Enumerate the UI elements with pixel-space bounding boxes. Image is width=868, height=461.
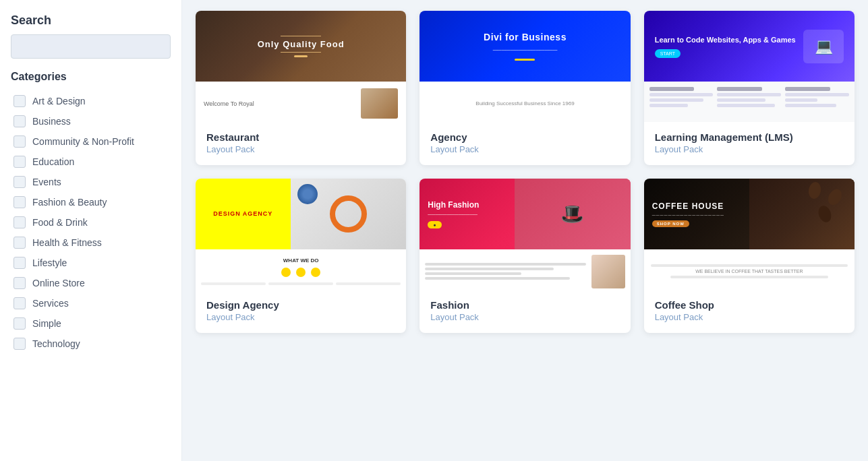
card-agency-title: Agency	[430, 131, 619, 143]
card-restaurant-body: Restaurant Layout Pack	[196, 122, 406, 165]
coffee-preview-text: WE BELIEVE IN COFFEE THAT TASTES BETTER	[695, 269, 803, 274]
fashion-hero-bg: 🎩	[515, 179, 631, 249]
category-label-services: Services	[32, 298, 69, 309]
card-fashion[interactable]: 🎩 High Fashion ───────────── ●	[419, 179, 630, 333]
sidebar-item-technology[interactable]: Technology	[11, 334, 171, 354]
category-label-business: Business	[32, 116, 71, 127]
lms-hero-btn: START	[655, 49, 681, 58]
categories-label: Categories	[11, 71, 171, 83]
category-checkbox-community[interactable]	[13, 135, 26, 148]
sidebar-item-online-store[interactable]: Online Store	[11, 273, 171, 293]
main-content: Only Quality Food Welcome To Royal Resta…	[182, 0, 868, 461]
card-fashion-image: 🎩 High Fashion ───────────── ●	[419, 179, 630, 290]
sidebar-item-fashion-beauty[interactable]: Fashion & Beauty	[11, 192, 171, 212]
card-lms-title: Learning Management (LMS)	[655, 131, 844, 143]
card-lms-image: Learn to Code Websites, Apps & Games STA…	[644, 11, 855, 122]
card-coffee-shop-image: COFFEE HOUSE ────────────────── SHOP NOW…	[644, 179, 855, 290]
agency-preview-text: Building Successful Business Since 1969	[475, 100, 574, 107]
restaurant-preview-img	[361, 88, 398, 119]
category-checkbox-events[interactable]	[13, 176, 26, 188]
design-preview-icons	[281, 268, 320, 277]
headphones-icon	[330, 195, 367, 233]
sidebar-item-community[interactable]: Community & Non-Profit	[11, 131, 171, 152]
category-label-education: Education	[32, 156, 74, 167]
fashion-preview-left	[425, 255, 585, 288]
card-fashion-title: Fashion	[430, 299, 619, 311]
sidebar: Search Categories Art & Design Business …	[0, 0, 182, 461]
sidebar-item-lifestyle[interactable]: Lifestyle	[11, 253, 171, 273]
card-agency-body: Agency Layout Pack	[419, 122, 630, 165]
sidebar-item-services[interactable]: Services	[11, 293, 171, 313]
card-restaurant-subtitle: Layout Pack	[206, 144, 395, 154]
design-preview-title: WHAT WE DO	[283, 257, 319, 264]
category-label-online-store: Online Store	[32, 278, 85, 288]
coffee-beans-bg	[749, 179, 855, 249]
category-checkbox-fashion-beauty[interactable]	[13, 196, 26, 208]
category-checkbox-technology[interactable]	[13, 338, 26, 350]
card-coffee-shop-title: Coffee Shop	[655, 299, 844, 311]
hat-icon: 🎩	[560, 203, 584, 225]
card-coffee-shop[interactable]: COFFEE HOUSE ────────────────── SHOP NOW…	[644, 179, 855, 333]
category-label-technology: Technology	[32, 338, 80, 349]
card-fashion-subtitle: Layout Pack	[430, 312, 619, 322]
decoration-shape	[297, 184, 318, 204]
agency-hero-sub: ───────────────	[493, 47, 558, 53]
category-label-food-drink: Food & Drink	[32, 217, 88, 228]
sidebar-item-simple[interactable]: Simple	[11, 313, 171, 334]
category-checkbox-business[interactable]	[13, 115, 26, 127]
category-label-community: Community & Non-Profit	[32, 136, 134, 147]
card-restaurant[interactable]: Only Quality Food Welcome To Royal Resta…	[196, 11, 406, 165]
category-label-health-fitness: Health & Fitness	[32, 237, 102, 248]
sidebar-item-health-fitness[interactable]: Health & Fitness	[11, 233, 171, 253]
card-lms-subtitle: Layout Pack	[655, 144, 844, 154]
card-design-agency-body: Design Agency Layout Pack	[196, 290, 406, 333]
card-design-agency-subtitle: Layout Pack	[206, 312, 395, 322]
sidebar-item-art-design[interactable]: Art & Design	[11, 91, 171, 111]
card-lms-body: Learning Management (LMS) Layout Pack	[644, 122, 855, 165]
card-agency-image: Divi for Business ─────────────── Buildi…	[419, 11, 630, 122]
restaurant-preview-text: Welcome To Royal	[204, 100, 254, 107]
card-coffee-shop-subtitle: Layout Pack	[655, 312, 844, 322]
card-design-agency-title: Design Agency	[206, 299, 395, 311]
card-coffee-shop-body: Coffee Shop Layout Pack	[644, 290, 855, 333]
sidebar-item-education[interactable]: Education	[11, 152, 171, 172]
category-checkbox-art-design[interactable]	[13, 95, 26, 107]
card-restaurant-title: Restaurant	[206, 131, 395, 143]
category-checkbox-simple[interactable]	[13, 317, 26, 330]
coffee-hero-title: COFFEE HOUSE ────────────────── SHOP NOW	[652, 202, 724, 227]
category-checkbox-lifestyle[interactable]	[13, 257, 26, 269]
category-checkbox-food-drink[interactable]	[13, 216, 26, 228]
category-list: Art & Design Business Community & Non-Pr…	[11, 91, 171, 354]
agency-hero-title: Divi for Business	[484, 32, 567, 42]
card-restaurant-image: Only Quality Food Welcome To Royal	[196, 11, 406, 122]
card-agency-subtitle: Layout Pack	[430, 144, 619, 154]
fashion-preview-img	[591, 255, 625, 288]
card-fashion-body: Fashion Layout Pack	[419, 290, 630, 333]
card-lms[interactable]: Learn to Code Websites, Apps & Games STA…	[644, 11, 855, 165]
card-agency[interactable]: Divi for Business ─────────────── Buildi…	[419, 11, 630, 165]
category-checkbox-health-fitness[interactable]	[13, 237, 26, 249]
category-label-lifestyle: Lifestyle	[32, 257, 67, 268]
category-label-fashion-beauty: Fashion & Beauty	[32, 197, 107, 208]
category-checkbox-online-store[interactable]	[13, 277, 26, 289]
lms-preview	[644, 82, 855, 122]
search-label: Search	[11, 13, 171, 28]
lms-hero-text: Learn to Code Websites, Apps & Games	[655, 34, 796, 46]
sidebar-item-events[interactable]: Events	[11, 172, 171, 192]
category-label-simple: Simple	[32, 318, 61, 329]
category-checkbox-education[interactable]	[13, 156, 26, 168]
sidebar-item-food-drink[interactable]: Food & Drink	[11, 212, 171, 233]
search-input[interactable]	[11, 34, 171, 59]
card-design-agency[interactable]: DESIGN AGENCY WHAT WE DO	[196, 179, 406, 333]
layout-pack-grid: Only Quality Food Welcome To Royal Resta…	[196, 11, 855, 333]
design-agency-hero-text: DESIGN AGENCY	[213, 210, 272, 218]
category-label-art-design: Art & Design	[32, 96, 86, 106]
card-design-agency-image: DESIGN AGENCY WHAT WE DO	[196, 179, 406, 290]
restaurant-hero-text: Only Quality Food	[258, 39, 345, 49]
laptop-icon: 💻	[803, 30, 844, 63]
category-label-events: Events	[32, 177, 61, 187]
category-checkbox-services[interactable]	[13, 297, 26, 309]
sidebar-item-business[interactable]: Business	[11, 111, 171, 131]
fashion-hero-text: High Fashion ───────────── ●	[428, 200, 479, 228]
